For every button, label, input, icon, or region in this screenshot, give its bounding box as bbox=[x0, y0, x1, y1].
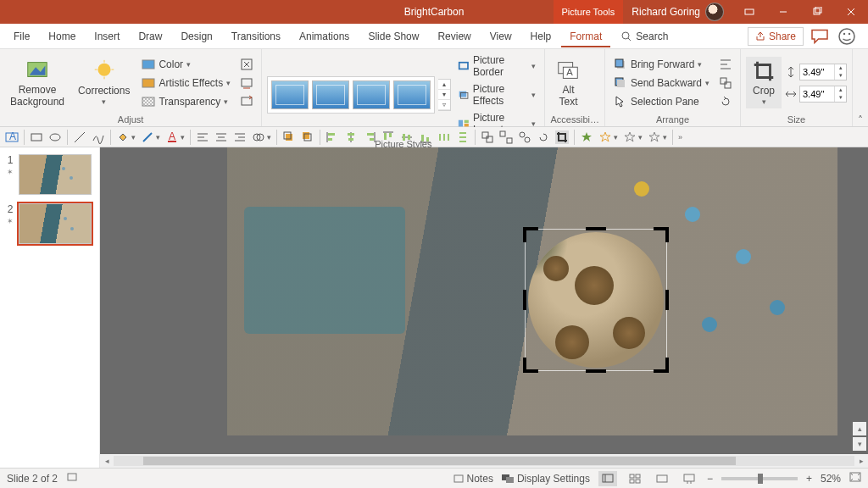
ribbon-display-options-icon[interactable] bbox=[732, 0, 766, 24]
rotate-button[interactable] bbox=[716, 93, 735, 110]
align-button[interactable] bbox=[716, 56, 735, 73]
crop-handle-bottom[interactable] bbox=[586, 369, 606, 373]
corrections-button[interactable]: Corrections▾ bbox=[73, 57, 135, 108]
gallery-scroll[interactable]: ▴▾▿ bbox=[438, 79, 451, 111]
scroll-thumb[interactable] bbox=[143, 457, 736, 465]
tab-insert[interactable]: Insert bbox=[86, 25, 128, 47]
textbox-button[interactable]: A bbox=[5, 130, 19, 144]
remove-background-button[interactable]: Remove Background bbox=[5, 56, 70, 108]
shape-line[interactable] bbox=[73, 130, 86, 144]
tab-review[interactable]: Review bbox=[429, 25, 479, 47]
crop-handle-right[interactable] bbox=[665, 290, 669, 310]
display-settings-button[interactable]: Display Settings bbox=[502, 473, 590, 485]
tab-slide-show[interactable]: Slide Show bbox=[359, 25, 427, 47]
tab-home[interactable]: Home bbox=[40, 25, 84, 47]
crop-tool-button[interactable] bbox=[555, 130, 569, 144]
shape-rect[interactable] bbox=[30, 130, 43, 144]
scroll-right-icon[interactable]: ▸ bbox=[854, 457, 868, 465]
width-input[interactable]: ▴▾ bbox=[799, 86, 847, 103]
selection-pane-button[interactable]: Selection Pane bbox=[610, 93, 713, 110]
align-right-button[interactable] bbox=[233, 130, 247, 144]
reading-view-button[interactable] bbox=[653, 471, 671, 486]
picture-effects-button[interactable]: Picture Effects▾ bbox=[454, 81, 539, 108]
slide-counter[interactable]: Slide 2 of 2 bbox=[7, 473, 58, 485]
reset-picture-button[interactable] bbox=[237, 93, 256, 110]
maximize-icon[interactable] bbox=[800, 0, 834, 24]
normal-view-button[interactable] bbox=[598, 471, 617, 486]
picture-styles-gallery[interactable] bbox=[267, 76, 435, 114]
bring-forward-button[interactable]: Bring Forward▾ bbox=[610, 56, 713, 73]
collapse-ribbon-icon[interactable]: ˄ bbox=[853, 49, 868, 126]
close-icon[interactable] bbox=[834, 0, 868, 24]
feedback-smiley-icon[interactable] bbox=[836, 27, 858, 46]
tab-animations[interactable]: Animations bbox=[291, 25, 358, 47]
contextual-tab-picture-tools[interactable]: Picture Tools bbox=[554, 0, 624, 24]
crop-handle-bl[interactable] bbox=[523, 358, 538, 373]
tab-draw[interactable]: Draw bbox=[130, 25, 170, 47]
style-thumb[interactable] bbox=[312, 80, 349, 109]
style-thumb[interactable] bbox=[353, 80, 390, 109]
more-commands-icon[interactable]: » bbox=[678, 133, 682, 141]
crop-handle-left[interactable] bbox=[523, 290, 526, 310]
slideshow-view-button[interactable] bbox=[680, 471, 698, 486]
slide-canvas-area[interactable]: ▴ ▾ ◂ ▸ bbox=[100, 147, 868, 468]
horizontal-scrollbar[interactable]: ◂ ▸ bbox=[100, 454, 868, 468]
notes-button[interactable]: Notes bbox=[453, 473, 493, 485]
fit-to-window-button[interactable] bbox=[849, 472, 861, 485]
tell-me-search[interactable]: Search bbox=[612, 25, 676, 47]
picture-border-button[interactable]: Picture Border▾ bbox=[454, 53, 539, 80]
comments-button[interactable] bbox=[809, 27, 831, 46]
zoom-level[interactable]: 52% bbox=[821, 473, 841, 485]
spellcheck-icon[interactable] bbox=[66, 471, 78, 485]
crop-button[interactable]: Crop▾ bbox=[746, 57, 782, 108]
slide-thumbnail-1[interactable] bbox=[19, 154, 92, 195]
style-thumb[interactable] bbox=[271, 80, 309, 109]
tab-design[interactable]: Design bbox=[172, 25, 220, 47]
zoom-knob[interactable] bbox=[758, 474, 763, 484]
crop-selection[interactable] bbox=[525, 229, 667, 371]
shape-outline-button[interactable]: ▾ bbox=[141, 130, 160, 144]
animation-exit[interactable]: ▾ bbox=[623, 130, 643, 144]
zoom-slider[interactable] bbox=[721, 477, 798, 480]
artistic-effects-button[interactable]: Artistic Effects▾ bbox=[138, 75, 234, 92]
crop-handle-br[interactable] bbox=[654, 358, 669, 373]
crop-handle-tl[interactable] bbox=[523, 227, 538, 242]
scroll-left-icon[interactable]: ◂ bbox=[100, 457, 114, 465]
change-picture-button[interactable] bbox=[237, 75, 256, 92]
shape-freeform[interactable] bbox=[92, 130, 105, 144]
align-left-button[interactable] bbox=[196, 130, 209, 144]
crop-handle-top[interactable] bbox=[586, 227, 606, 230]
alt-text-button[interactable]: A Alt Text bbox=[550, 56, 586, 108]
color-button[interactable]: Color▾ bbox=[138, 56, 234, 73]
slide-thumbnail-2[interactable] bbox=[19, 203, 92, 244]
align-center-button[interactable] bbox=[214, 130, 228, 144]
zoom-in-button[interactable]: + bbox=[806, 473, 812, 485]
slide[interactable] bbox=[227, 147, 837, 435]
tab-transitions[interactable]: Transitions bbox=[223, 25, 289, 47]
compress-pictures-button[interactable] bbox=[237, 56, 256, 73]
crop-handle-tr[interactable] bbox=[654, 227, 669, 242]
tab-help[interactable]: Help bbox=[522, 25, 560, 47]
style-thumb[interactable] bbox=[393, 80, 431, 109]
tab-file[interactable]: File bbox=[5, 25, 38, 47]
next-slide-button[interactable]: ▾ bbox=[853, 437, 866, 451]
share-button[interactable]: Share bbox=[748, 27, 804, 46]
slide-thumbnails-pane[interactable]: 21✶ 2✶ bbox=[0, 147, 100, 468]
minimize-icon[interactable] bbox=[766, 0, 800, 24]
shape-ellipse[interactable] bbox=[48, 130, 62, 144]
tab-view[interactable]: View bbox=[481, 25, 520, 47]
shape-fill-button[interactable]: ▾ bbox=[116, 130, 136, 144]
height-input[interactable]: ▴▾ bbox=[799, 64, 847, 80]
animation-add[interactable] bbox=[580, 130, 593, 144]
animation-path[interactable]: ▾ bbox=[648, 130, 667, 144]
sorter-view-button[interactable] bbox=[626, 471, 644, 486]
zoom-out-button[interactable]: − bbox=[707, 473, 713, 485]
send-backward-button[interactable]: Send Backward▾ bbox=[610, 75, 713, 92]
animation-emphasis[interactable]: ▾ bbox=[598, 130, 618, 144]
font-color-button[interactable]: A▾ bbox=[165, 130, 185, 144]
group-button[interactable] bbox=[716, 75, 735, 92]
account-button[interactable]: Richard Goring bbox=[623, 3, 732, 21]
prev-slide-button[interactable]: ▴ bbox=[853, 422, 866, 435]
transparency-button[interactable]: Transparency▾ bbox=[138, 93, 234, 110]
tab-format[interactable]: Format bbox=[561, 25, 610, 47]
